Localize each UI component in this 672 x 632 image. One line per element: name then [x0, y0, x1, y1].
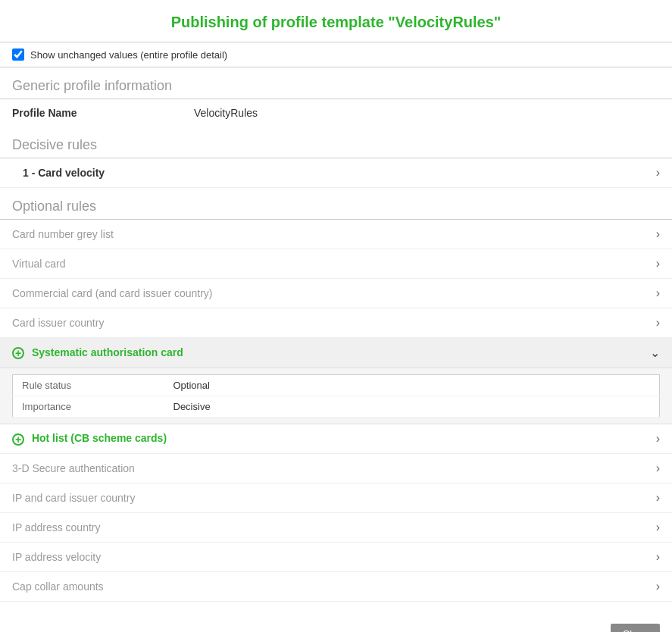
rule-cap-collar[interactable]: Cap collar amounts › — [0, 572, 672, 602]
chevron-right-icon: › — [656, 257, 660, 271]
optional-section-header: Optional rules — [0, 188, 672, 220]
rule-ip-address-country-label: IP address country — [12, 521, 100, 533]
chevron-right-icon: › — [656, 521, 660, 534]
chevron-right-icon: › — [656, 461, 660, 475]
rule-virtual-card-label: Virtual card — [12, 258, 66, 270]
rule-card-velocity-label: 1 - Card velocity — [23, 167, 105, 179]
detail-rule-status-label: Rule status — [13, 375, 164, 396]
rule-cap-collar-label: Cap collar amounts — [12, 580, 104, 593]
chevron-right-icon: › — [656, 316, 660, 330]
chevron-down-icon: ⌄ — [650, 346, 660, 360]
chevron-right-icon: › — [656, 227, 660, 241]
rule-3d-secure[interactable]: 3-D Secure authentication › — [0, 454, 672, 483]
profile-name-row: Profile Name VelocityRules — [0, 99, 672, 127]
close-button[interactable]: Close — [611, 624, 660, 632]
rule-commercial-card[interactable]: Commercial card (and card issuer country… — [0, 279, 672, 308]
rule-ip-address-country[interactable]: IP address country › — [0, 513, 672, 543]
detail-importance-value: Decisive — [164, 396, 660, 418]
expanded-content: Rule status Optional Importance Decisive — [0, 374, 672, 418]
profile-info-table: Profile Name VelocityRules — [0, 99, 672, 127]
profile-name-label: Profile Name — [0, 99, 182, 127]
show-unchanged-label: Show unchanged values (entire profile de… — [30, 49, 227, 61]
optional-section: Optional rules Card number grey list › V… — [0, 188, 672, 602]
rule-card-issuer-country[interactable]: Card issuer country › — [0, 308, 672, 338]
rule-card-number-grey-list[interactable]: Card number grey list › — [0, 220, 672, 249]
systematic-auth-detail-table: Rule status Optional Importance Decisive — [12, 374, 660, 418]
chevron-right-icon: › — [656, 166, 660, 180]
detail-importance-label: Importance — [13, 396, 164, 418]
rule-card-number-grey-list-label: Card number grey list — [12, 228, 114, 240]
rule-ip-card-issuer[interactable]: IP and card issuer country › — [0, 483, 672, 513]
chevron-right-icon: › — [656, 550, 660, 564]
plus-icon: + — [12, 347, 24, 359]
rule-commercial-card-label: Commercial card (and card issuer country… — [12, 287, 213, 299]
rule-systematic-auth-label: + Systematic authorisation card — [12, 346, 183, 359]
decisive-section: Decisive rules 1 - Card velocity › — [0, 127, 672, 188]
chevron-right-icon: › — [656, 432, 660, 446]
rule-ip-address-velocity-label: IP address velocity — [12, 551, 101, 563]
rule-systematic-auth-header[interactable]: + Systematic authorisation card ⌄ — [0, 338, 672, 368]
detail-rule-status-value: Optional — [164, 375, 660, 396]
detail-rule-status-row: Rule status Optional — [13, 375, 660, 396]
rule-3d-secure-label: 3-D Secure authentication — [12, 462, 135, 474]
rule-virtual-card[interactable]: Virtual card › — [0, 249, 672, 279]
show-unchanged-checkbox[interactable] — [12, 48, 24, 61]
profile-name-value: VelocityRules — [182, 99, 672, 127]
plus-icon: + — [12, 433, 24, 446]
rule-hot-list[interactable]: + Hot list (CB scheme cards) › — [0, 424, 672, 454]
generic-section-header: Generic profile information — [0, 67, 672, 99]
chevron-right-icon: › — [656, 580, 660, 593]
generic-section: Generic profile information Profile Name… — [0, 67, 672, 127]
rule-systematic-auth-panel: + Systematic authorisation card ⌄ Rule s… — [0, 338, 672, 424]
rule-card-velocity[interactable]: 1 - Card velocity › — [0, 158, 672, 188]
rule-hot-list-label: + Hot list (CB scheme cards) — [12, 432, 167, 445]
rule-ip-address-velocity[interactable]: IP address velocity › — [0, 543, 672, 572]
rule-ip-card-issuer-label: IP and card issuer country — [12, 492, 135, 504]
detail-importance-row: Importance Decisive — [13, 396, 660, 418]
chevron-right-icon: › — [656, 491, 660, 505]
rule-card-issuer-country-label: Card issuer country — [12, 317, 104, 329]
chevron-right-icon: › — [656, 286, 660, 300]
decisive-section-header: Decisive rules — [0, 127, 672, 158]
page-title: Publishing of profile template "Velocity… — [0, 0, 672, 42]
top-bar: Show unchanged values (entire profile de… — [0, 42, 672, 67]
